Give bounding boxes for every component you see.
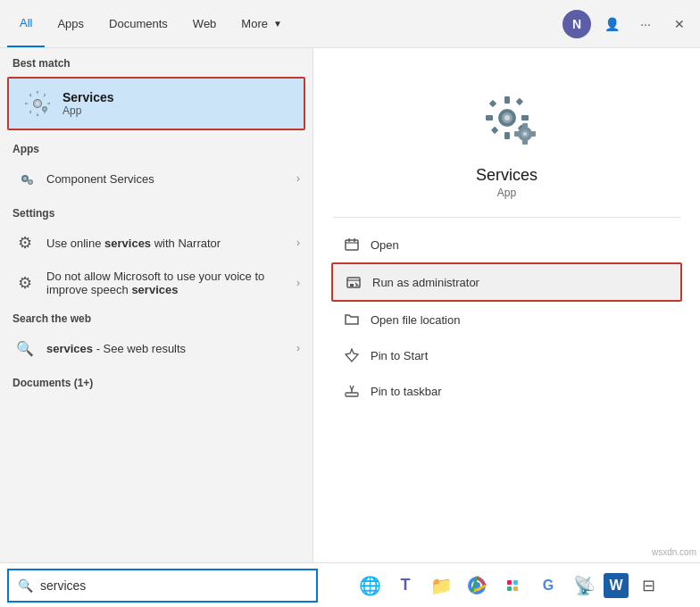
best-match-item[interactable]: Services App: [7, 77, 305, 130]
best-match-text: Services App: [62, 90, 114, 117]
action-list: Open Run as administrator: [313, 227, 700, 409]
app-icon-large: [471, 84, 543, 155]
pin-icon: [342, 345, 362, 365]
svg-rect-23: [522, 123, 528, 129]
speech-icon: ⚙: [12, 270, 38, 295]
arrow-icon: ›: [296, 172, 300, 185]
action-open[interactable]: Open: [331, 227, 682, 262]
best-match-label: Best match: [0, 48, 312, 73]
svg-rect-29: [346, 393, 358, 396]
taskbar-teams[interactable]: T: [389, 570, 421, 602]
close-button[interactable]: ✕: [666, 11, 693, 37]
settings-item-speech[interactable]: ⚙ Do not allow Microsoft to use your voi…: [0, 262, 312, 304]
svg-rect-15: [521, 115, 529, 121]
web-section-label: Search the web: [0, 304, 312, 328]
taskbar-explorer[interactable]: 📁: [425, 570, 457, 602]
app-type: App: [497, 187, 516, 199]
component-services-icon: [12, 166, 38, 191]
search-icon: 🔍: [12, 336, 38, 361]
arrow-icon-2: ›: [296, 237, 300, 249]
action-run-as-admin[interactable]: Run as administrator: [331, 262, 682, 302]
svg-point-2: [36, 102, 40, 106]
right-panel: Services App Open: [312, 48, 700, 562]
action-pin-start[interactable]: Pin to Start: [331, 337, 682, 373]
arrow-icon-3: ›: [296, 277, 300, 289]
tab-all[interactable]: All: [7, 0, 45, 47]
search-box[interactable]: 🔍: [7, 569, 318, 603]
app-name: Services: [476, 166, 538, 185]
avatar[interactable]: N: [562, 10, 591, 38]
tab-web[interactable]: Web: [180, 0, 229, 47]
narrator-icon: ⚙: [12, 230, 38, 255]
services-icon: [21, 87, 54, 120]
svg-point-4: [44, 108, 46, 111]
svg-rect-25: [514, 131, 520, 137]
taskbar-chrome[interactable]: [461, 570, 493, 602]
svg-rect-33: [507, 580, 512, 585]
more-options-btn[interactable]: ···: [632, 11, 659, 37]
svg-rect-17: [515, 98, 522, 105]
tab-documents[interactable]: Documents: [96, 0, 180, 47]
svg-point-22: [523, 132, 527, 136]
arrow-icon-4: ›: [296, 342, 300, 354]
action-open-file-location[interactable]: Open file location: [331, 302, 682, 337]
top-nav: All Apps Documents Web More ▼ N 👤 ··· ✕: [0, 0, 700, 48]
component-services-item[interactable]: Component Services ›: [0, 159, 312, 198]
svg-point-8: [29, 181, 32, 184]
open-icon: [342, 235, 362, 254]
runas-icon: [344, 272, 363, 292]
taskbar-area: 🌐 T 📁 G 📡 W ⊟: [318, 570, 700, 602]
svg-rect-16: [488, 100, 496, 107]
svg-rect-27: [346, 240, 358, 250]
svg-rect-36: [513, 586, 518, 591]
taskbar-satellite[interactable]: 📡: [568, 570, 600, 602]
taskbar-extra[interactable]: ⊟: [632, 570, 664, 602]
svg-point-6: [23, 177, 27, 180]
web-search-item[interactable]: 🔍 services - See web results ›: [0, 328, 312, 368]
docs-section-label: Documents (1+): [0, 368, 312, 393]
settings-section-label: Settings: [0, 198, 312, 223]
settings-item-narrator[interactable]: ⚙ Use online services with Narrator ›: [0, 223, 312, 262]
svg-rect-13: [504, 132, 510, 139]
svg-rect-18: [490, 127, 497, 134]
folder-icon: [342, 310, 362, 329]
svg-rect-12: [504, 96, 510, 104]
nav-right: N 👤 ··· ✕: [562, 10, 693, 38]
pintaskbar-icon: [342, 381, 362, 401]
svg-point-11: [504, 115, 510, 121]
close-icon: ✕: [674, 17, 685, 31]
svg-rect-26: [530, 131, 536, 137]
search-icon-bottom: 🔍: [18, 578, 33, 593]
tab-apps[interactable]: Apps: [45, 0, 96, 47]
main-content: Best match Services App Apps: [0, 48, 700, 562]
person-icon: 👤: [604, 17, 620, 31]
watermark: wsxdn.com: [652, 547, 696, 557]
bottom-bar: 🔍 🌐 T 📁 G 📡 W ⊟: [0, 562, 700, 607]
left-panel: Best match Services App Apps: [0, 48, 312, 562]
divider: [333, 217, 681, 218]
ellipsis-icon: ···: [640, 17, 651, 31]
svg-rect-24: [522, 139, 528, 145]
user-icon-btn[interactable]: 👤: [598, 11, 625, 37]
tab-more[interactable]: More ▼: [229, 0, 295, 47]
taskbar-google[interactable]: G: [532, 570, 564, 602]
taskbar-word[interactable]: W: [604, 573, 629, 598]
nav-tabs: All Apps Documents Web More ▼: [7, 0, 295, 47]
search-input[interactable]: [40, 578, 307, 593]
svg-rect-14: [486, 115, 493, 121]
svg-rect-34: [513, 580, 518, 585]
action-pin-taskbar[interactable]: Pin to taskbar: [331, 373, 682, 409]
apps-section-label: Apps: [0, 134, 312, 159]
taskbar-edge[interactable]: 🌐: [354, 570, 386, 602]
chevron-down-icon: ▼: [273, 19, 282, 29]
taskbar-slack[interactable]: [496, 570, 529, 602]
svg-rect-35: [507, 586, 512, 591]
